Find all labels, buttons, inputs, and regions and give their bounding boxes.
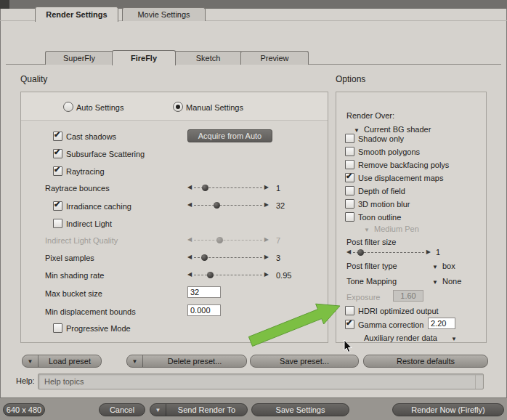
post-filter-type-label: Post filter type: [346, 262, 397, 270]
slider-indirect-light-quality: ◀ ▶: [187, 235, 269, 244]
checkbox-gamma-correction[interactable]: ✔: [345, 320, 354, 329]
tab-render-settings[interactable]: Render Settings: [35, 7, 118, 22]
button-render-now-label: Render Now (Firefly): [393, 405, 503, 414]
button-send-render-to[interactable]: ▼ Send Render To: [150, 403, 248, 416]
window-corner-icon: [0, 0, 9, 9]
checkbox-raytracing-label: Raytracing: [66, 167, 105, 176]
dropdown-arrow-icon[interactable]: ▼: [23, 355, 38, 367]
checkbox-remove-backfacing-polys[interactable]: ✔: [345, 160, 354, 169]
checkbox-shadow-only-label: Shadow only: [358, 134, 404, 143]
tab-preview[interactable]: Preview: [240, 51, 309, 65]
panel-quality: Auto Settings Manual Settings ✔ Cast sha…: [20, 92, 328, 343]
slider-right-arrow-icon: ▶: [426, 249, 431, 255]
min-displacement-bounds-label: Min displacement bounds: [45, 307, 136, 316]
slider-knob[interactable]: [214, 202, 220, 209]
dropdown-arrow-icon[interactable]: ▼: [432, 264, 438, 270]
dropdown-auxiliary-render-data[interactable]: Auxiliary render data: [364, 334, 437, 342]
checkbox-cast-shadows[interactable]: ✔: [53, 132, 62, 141]
checkbox-smooth-polygons[interactable]: ✔: [345, 147, 354, 156]
dropdown-arrow-icon[interactable]: ▼: [432, 280, 438, 286]
button-restore-defaults-label: Restore defaults: [364, 357, 487, 366]
help-bar-divider: [475, 374, 476, 389]
button-acquire-from-auto[interactable]: Acquire from Auto: [187, 129, 272, 142]
input-max-bucket-size[interactable]: [187, 286, 221, 298]
checkbox-subsurface-scattering[interactable]: ✔: [53, 149, 62, 158]
checkbox-depth-of-field[interactable]: ✔: [345, 186, 354, 195]
checkmark-icon: ✔: [346, 171, 352, 181]
checkbox-3d-motion-blur[interactable]: ✔: [345, 199, 354, 209]
slider-min-shading-rate[interactable]: ◀ ▶: [187, 270, 269, 279]
pixel-samples-label: Pixel samples: [45, 254, 94, 262]
slider-left-arrow-icon: ◀: [187, 202, 192, 208]
slider-track[interactable]: [194, 187, 262, 188]
button-restore-defaults[interactable]: Restore defaults: [363, 355, 488, 368]
render-settings-dialog: Render Settings Movie Settings SuperFly …: [0, 0, 507, 420]
checkbox-cast-shadows-label: Cast shadows: [66, 132, 116, 141]
slider-track[interactable]: [194, 275, 262, 275]
dropdown-render-over[interactable]: Current BG shader: [364, 125, 431, 134]
checkmark-icon: ✔: [346, 318, 352, 328]
radio-auto-settings-label: Auto Settings: [76, 103, 123, 112]
slider-knob[interactable]: [357, 249, 364, 256]
tab-firefly[interactable]: FireFly: [112, 50, 176, 65]
checkbox-indirect-light-label: Indirect Light: [66, 219, 112, 228]
checkbox-use-displacement-maps[interactable]: ✔: [345, 173, 354, 182]
raytrace-bounces-label: Raytrace bounces: [45, 184, 110, 193]
tab-movie-settings[interactable]: Movie Settings: [122, 7, 206, 21]
radio-auto-settings[interactable]: [63, 102, 73, 112]
checkbox-depth-of-field-label: Depth of field: [358, 187, 405, 195]
checkbox-toon-outline[interactable]: ✔: [345, 212, 354, 222]
checkbox-indirect-light[interactable]: ✔: [53, 219, 62, 228]
checkbox-irradiance-caching-label: Irradiance caching: [66, 202, 131, 211]
dropdown-tone-mapping[interactable]: None: [442, 277, 461, 286]
dropdown-arrow-icon[interactable]: ▼: [451, 336, 457, 342]
options-title: Options: [336, 74, 365, 84]
checkbox-progressive-mode[interactable]: ✔: [53, 323, 62, 333]
radio-manual-settings[interactable]: [173, 102, 183, 112]
checkbox-3d-motion-blur-label: 3D motion blur: [358, 200, 410, 209]
checkmark-icon: ✔: [54, 200, 60, 209]
dropdown-post-filter-type[interactable]: box: [442, 262, 455, 270]
slider-irradiance-caching[interactable]: ◀ ▶: [187, 201, 269, 209]
checkbox-raytracing[interactable]: ✔: [53, 166, 62, 176]
slider-knob[interactable]: [202, 185, 208, 191]
tab-sketch[interactable]: Sketch: [174, 51, 242, 65]
button-delete-preset[interactable]: ▼ Delete preset...: [126, 355, 247, 368]
slider-left-arrow-icon: ◀: [346, 249, 351, 255]
slider-knob[interactable]: [201, 254, 208, 261]
button-save-settings[interactable]: Save Settings: [251, 403, 349, 416]
checkbox-use-displacement-maps-label: Use displacement maps: [358, 174, 443, 182]
slider-track[interactable]: [194, 257, 262, 258]
checkbox-shadow-only[interactable]: ✔: [345, 134, 354, 143]
input-gamma-correction[interactable]: [428, 318, 455, 329]
button-cancel[interactable]: Cancel: [99, 403, 145, 416]
button-render-now[interactable]: Render Now (Firefly): [392, 403, 504, 416]
checkbox-smooth-polygons-label: Smooth polygons: [358, 148, 420, 156]
render-over-label: Render Over:: [346, 111, 394, 120]
button-cancel-label: Cancel: [100, 405, 145, 414]
slider-track[interactable]: [353, 252, 424, 253]
button-resolution[interactable]: 640 x 480: [3, 403, 45, 416]
button-load-preset[interactable]: ▼ Load preset: [22, 355, 102, 368]
slider-right-arrow-icon: ▶: [264, 254, 269, 260]
checkbox-irradiance-caching[interactable]: ✔: [53, 201, 62, 211]
button-save-preset[interactable]: Save preset...: [250, 355, 359, 368]
slider-raytrace-bounces[interactable]: ◀ ▶: [187, 183, 269, 192]
slider-post-filter-size[interactable]: ◀ ▶: [346, 248, 431, 257]
dropdown-arrow-icon[interactable]: ▼: [150, 404, 166, 416]
button-save-settings-label: Save Settings: [252, 405, 349, 414]
slider-pixel-samples[interactable]: ◀ ▶: [187, 253, 269, 262]
button-delete-preset-label: Delete preset...: [143, 357, 246, 366]
checkmark-icon: ✔: [54, 148, 60, 157]
help-bar[interactable]: Help topics: [38, 373, 484, 389]
dropdown-arrow-icon[interactable]: ▼: [127, 355, 143, 367]
slider-knob: [216, 237, 223, 243]
dropdown-arrow-icon[interactable]: ▼: [354, 128, 360, 134]
button-resolution-label: 640 x 480: [4, 405, 44, 414]
tab-superfly[interactable]: SuperFly: [45, 51, 113, 65]
slider-track[interactable]: [194, 205, 262, 206]
slider-left-arrow-icon: ◀: [187, 272, 192, 278]
slider-knob[interactable]: [207, 272, 214, 278]
input-min-displacement-bounds[interactable]: [187, 304, 221, 316]
checkbox-hdri-optimized-output[interactable]: ✔: [345, 306, 354, 315]
